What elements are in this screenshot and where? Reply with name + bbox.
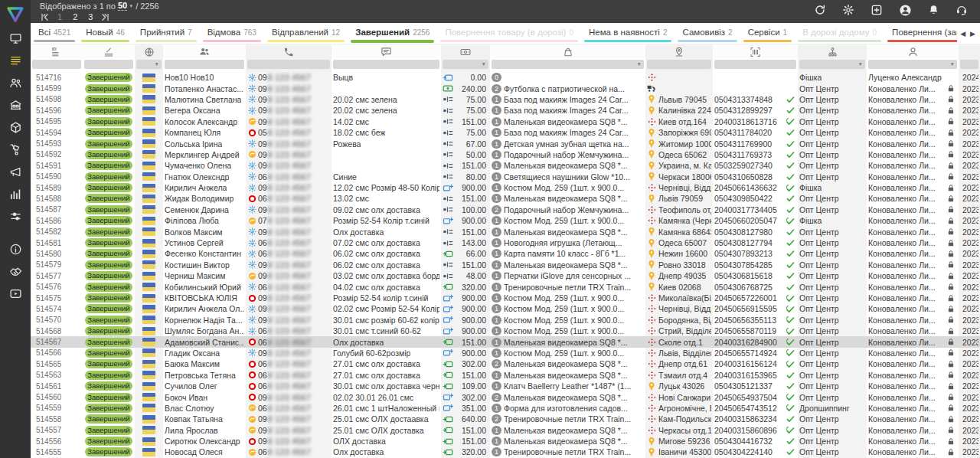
table-row[interactable]: 514566ЗавершенийГладик Оксана098 123 456… [31, 348, 980, 358]
page-number-1[interactable]: 1 [54, 13, 65, 21]
sidebar-item-automation[interactable] [0, 205, 31, 227]
table-row[interactable]: 514558ЗавершенийКовпак Татьяна098 123 45… [31, 414, 980, 424]
table-row[interactable]: 514590ЗавершенийГнатюк Олексндр068 123 4… [31, 172, 980, 182]
column-header-id[interactable]: ID [31, 44, 83, 59]
tab-scroll-left-icon[interactable]: ◀ [960, 30, 965, 38]
tab-повернення-товару-(в-дорозі)[interactable]: Повернення товару (в дорозі)0 [437, 23, 581, 44]
tab-scroll-right-icon[interactable]: ▶ [970, 30, 975, 38]
tab-прийнятий[interactable]: Прийнятий7 [132, 23, 200, 44]
profile-button[interactable] [899, 4, 912, 20]
filter-channel-select[interactable]: ▼ [799, 60, 865, 69]
table-row[interactable]: 514555ЗавершенийНовосад Олеся068 123 456… [31, 447, 980, 457]
table-row[interactable]: 514598ЗавершенийМалютина Светлана098 123… [31, 94, 980, 105]
table-row[interactable]: 514557ЗавершенийЛила Ярослав098 123 4567… [31, 425, 980, 436]
sidebar-item-tutorials[interactable] [0, 283, 31, 305]
page-number-2[interactable]: 2 [70, 13, 80, 21]
filter-client-input[interactable] [165, 60, 244, 69]
sidebar-item-statistics[interactable] [0, 183, 31, 205]
filter-status-input[interactable] [84, 60, 133, 69]
filter-ttn-input[interactable] [714, 60, 796, 69]
filter-products-select[interactable]: ▼ [492, 60, 644, 69]
table-row[interactable]: 514561ЗавершенийСучилов Олег068 123 4567… [31, 381, 980, 391]
column-header-client[interactable] [163, 44, 246, 59]
filter-comment-input[interactable] [333, 60, 439, 69]
table-row[interactable]: 514599ЗавершенийПотапенко Анастас...098 … [31, 83, 980, 93]
table-row[interactable]: 514591ЗавершенийЧумаченко Олена098 123 4… [31, 160, 980, 171]
table-row[interactable]: 514559ЗавершенийВлас Слотюу068 123 45672… [31, 403, 980, 414]
table-row[interactable]: 514567ЗавершенийАдамовский Станис...068 … [31, 336, 980, 347]
table-row[interactable]: 514596ЗавершенийВегера Оксана098 123 456… [31, 105, 980, 116]
filter-phone-input[interactable] [247, 60, 330, 69]
tab-відмова[interactable]: Відмова763 [200, 23, 264, 44]
table-row[interactable]: 514575ЗавершенийКВІТОВСЬКА ЮЛІЯ098 123 4… [31, 293, 980, 303]
column-header-country[interactable] [135, 44, 163, 59]
column-header-status[interactable] [83, 44, 135, 59]
column-header-channel[interactable] [798, 44, 867, 59]
page-number-3[interactable]: 3 [85, 13, 96, 21]
sidebar-item-info[interactable] [0, 238, 31, 260]
support-headset-button[interactable] [956, 4, 968, 19]
tab-відправлений[interactable]: Відправлений12 [264, 23, 348, 44]
table-row[interactable]: 514576ЗавершенийКобилинський Юрий068 123… [31, 281, 980, 292]
filter-id-input[interactable] [32, 60, 81, 69]
settings-gear-button[interactable] [842, 4, 854, 19]
filter-manager-select[interactable]: ▼ [868, 60, 957, 69]
sidebar-item-dashboard[interactable] [0, 28, 31, 50]
table-row[interactable]: 514574ЗавершенийКирилич Анжела Ол...098 … [31, 303, 980, 314]
column-header-delivery[interactable] [645, 44, 713, 59]
filter-country-select[interactable]: ▼ [136, 60, 162, 69]
table-row[interactable]: 514587ЗавершенийСеменюк Дарина098 123 45… [31, 204, 980, 215]
column-header-products[interactable] [490, 44, 645, 59]
sidebar-item-products[interactable] [0, 116, 31, 139]
tab-самовивіз[interactable]: Самовивіз2 [675, 23, 740, 44]
tab-всі[interactable]: Всі4521 [31, 23, 78, 44]
notifications-bell-button[interactable] [928, 4, 939, 19]
table-row[interactable]: 514716ЗавершенийНов10 Нов10098 123 4567В… [31, 72, 980, 83]
tab-в-дорозі-додому[interactable]: В дорозі додому0 [795, 23, 884, 44]
first-page-button[interactable] [40, 12, 50, 22]
table-row[interactable]: 514581ЗавершенийУстинов Сергей068 123 45… [31, 237, 980, 248]
table-row[interactable]: 514577ЗавершенийЧерниш Максим098 123 456… [31, 270, 980, 281]
table-row[interactable]: 514588ЗавершенийЖидак Володимир068 123 4… [31, 193, 980, 204]
table-row[interactable]: 514592ЗавершенийМерклингер Андрей098 123… [31, 149, 980, 160]
sidebar-item-clients[interactable] [0, 72, 31, 94]
app-logo[interactable] [0, 2, 31, 28]
table-row[interactable]: 514579ЗавершенийКостишин Виктор098 123 4… [31, 260, 980, 270]
sidebar-item-orders[interactable] [0, 50, 31, 72]
sidebar-item-company[interactable] [0, 94, 31, 116]
tab-новый[interactable]: Новый46 [78, 23, 132, 44]
table-row[interactable]: 514582ЗавершенийВолков Максим098 123 456… [31, 226, 980, 237]
refresh-button[interactable] [814, 4, 826, 19]
sidebar-item-procurement[interactable] [0, 139, 31, 161]
last-page-button[interactable] [100, 12, 110, 22]
column-header-ttn[interactable] [713, 44, 798, 59]
filter-delivery-input[interactable] [647, 60, 711, 69]
column-header-date[interactable] [959, 44, 980, 59]
tab-сервіси[interactable]: Сервіси1 [740, 23, 795, 44]
table-row[interactable]: 514565ЗавершенийБаюка Максим068 123 4567… [31, 358, 980, 369]
tab-завершений[interactable]: Завершений2256 [348, 23, 437, 44]
sidebar-item-partners[interactable] [0, 260, 31, 283]
table-row[interactable]: 514560ЗавершенийБокоч Иван098 123 456702… [31, 391, 980, 402]
per-page-select[interactable]: 50▼ [118, 1, 133, 11]
table-row[interactable]: 514563ЗавершенийПетровська Тетяна068 123… [31, 370, 980, 381]
table-row[interactable]: 514594ЗавершенийКомпанец Юля058 123 4567… [31, 127, 980, 138]
filter-payment-select[interactable]: ▼ [443, 60, 488, 69]
table-row[interactable]: 514593ЗавершенийСольська Ірина098 123 45… [31, 138, 980, 149]
table-row[interactable]: 514586ЗавершенийФіліпова Люба078 123 456… [31, 215, 980, 226]
column-header-comment[interactable] [332, 44, 441, 59]
table-row[interactable]: 514580ЗавершенийФесенко Константин068 12… [31, 248, 980, 259]
table-row[interactable]: 514589ЗавершенийКирилич Анжела098 123 45… [31, 182, 980, 193]
tab-нема-в-наявності[interactable]: Нема в наявності2 [581, 23, 675, 44]
column-header-phone[interactable] [246, 44, 332, 59]
table-row[interactable]: 514595ЗавершенийКолосок Александр098 123… [31, 116, 980, 127]
table-row[interactable]: 514556ЗавершенийСиротюк Олександр098 123… [31, 436, 980, 447]
column-header-manager[interactable] [867, 44, 959, 59]
filter-date-input[interactable] [960, 60, 978, 69]
add-order-button[interactable] [871, 4, 883, 19]
sidebar-item-marketing[interactable] [0, 161, 31, 183]
column-header-payment[interactable] [441, 44, 490, 59]
table-row[interactable]: 514570ЗавершенийКорнелюк Надія Та...098 … [31, 315, 980, 326]
product-name: Перчатки iGlove для сенсорных ... [504, 271, 631, 280]
table-row[interactable]: 514568ЗавершенийШумляс Богдана Ан...068 … [31, 326, 980, 336]
